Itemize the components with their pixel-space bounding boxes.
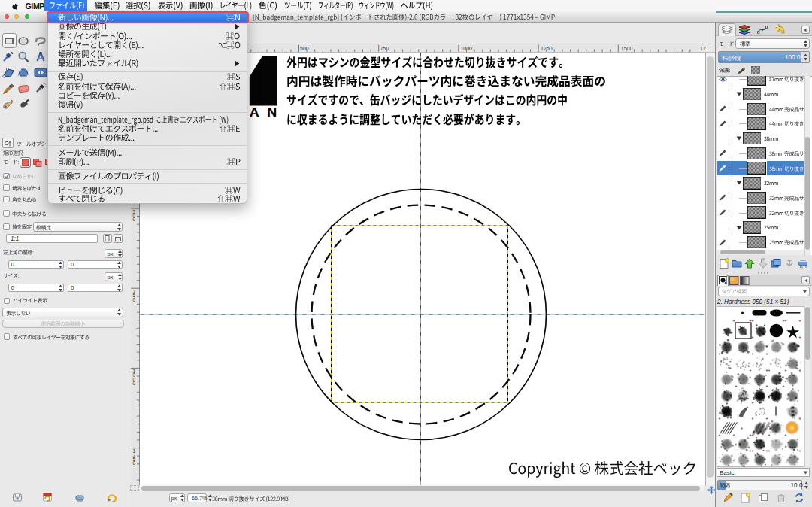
svg-text:1500: 1500: [621, 46, 633, 51]
svg-text:1000: 1000: [460, 46, 472, 51]
svg-text:1250: 1250: [541, 46, 553, 51]
svg-text:0: 0: [133, 460, 136, 466]
svg-text:0: 0: [133, 217, 136, 222]
svg-text:17: 17: [700, 46, 706, 51]
svg-text:750: 750: [380, 46, 389, 51]
svg-text:500: 500: [300, 46, 309, 51]
svg-text:0: 0: [133, 297, 136, 302]
svg-text:0: 0: [133, 381, 136, 386]
